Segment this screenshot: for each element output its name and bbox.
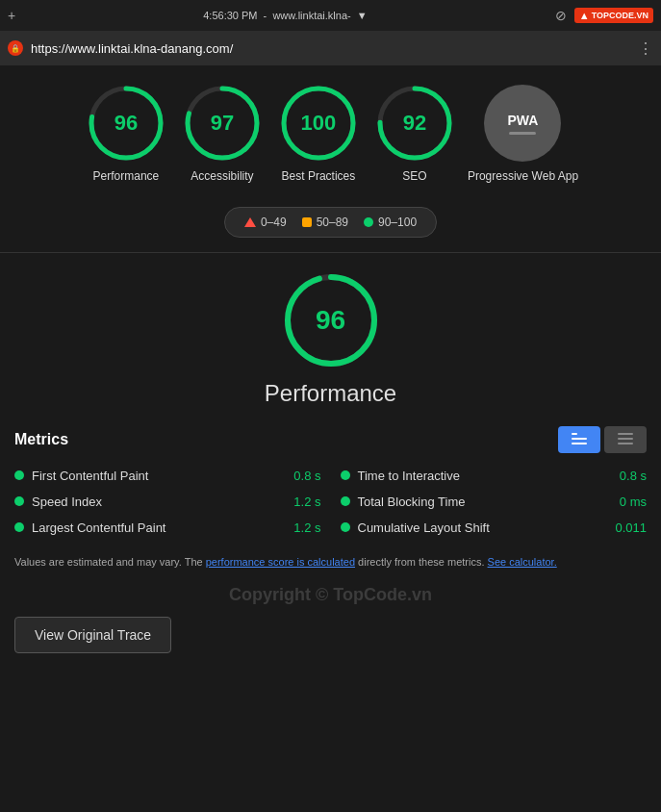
metric-cls-name: Cumulative Layout Shift <box>358 520 608 535</box>
seo-label: SEO <box>402 169 426 185</box>
performance-detail-section: 96 Performance Metrics <box>0 253 661 673</box>
svg-rect-15 <box>618 443 633 444</box>
metric-tbt-value: 0 ms <box>620 495 647 509</box>
browser-chrome: + 4:56:30 PM - www.linktai.klna- ▼ ⊘ ▲ T… <box>0 0 661 65</box>
browser-time-url: 4:56:30 PM - www.linktai.klna- ▼ <box>23 10 547 21</box>
score-item-pwa: PWA Progressive Web App <box>468 85 578 185</box>
metrics-toggle-buttons[interactable] <box>558 426 647 453</box>
score-item-best-practices: 100 Best Practices <box>275 85 362 185</box>
metric-tti: Time to Interactive 0.8 s <box>341 469 648 483</box>
performance-label: Performance <box>93 169 160 185</box>
pwa-dash <box>509 132 536 135</box>
metric-fcp-value: 0.8 s <box>293 469 320 483</box>
scores-section: 96 Performance 97 Accessibility 100 Best… <box>0 65 661 199</box>
performance-detail-title: Performance <box>14 380 647 407</box>
watermark: Copyright © TopCode.vn <box>14 585 647 605</box>
metric-lcp: Largest Contentful Paint 1.2 s <box>14 520 321 535</box>
accessibility-score-value: 97 <box>211 111 234 136</box>
svg-rect-14 <box>618 438 633 440</box>
metric-si-name: Speed Index <box>32 495 286 509</box>
pwa-abbr: PWA <box>508 113 539 128</box>
metric-cls: Cumulative Layout Shift 0.011 <box>341 520 648 535</box>
metric-tbt: Total Blocking Time 0 ms <box>341 495 648 509</box>
metric-lcp-dot <box>14 522 24 532</box>
metric-si-dot <box>14 496 24 506</box>
legend-item-average: 50–89 <box>302 216 348 229</box>
new-tab-icon[interactable]: + <box>8 8 15 23</box>
metrics-section-title: Metrics <box>14 431 68 448</box>
metric-fcp: First Contentful Paint 0.8 s <box>14 469 321 483</box>
accessibility-circle: 97 <box>184 85 261 162</box>
seo-score-value: 92 <box>403 111 426 136</box>
score-item-seo: 92 SEO <box>371 85 458 185</box>
browser-top-bar: + 4:56:30 PM - www.linktai.klna- ▼ ⊘ ▲ T… <box>0 0 661 31</box>
performance-circle: 96 <box>88 85 165 162</box>
metrics-grid: First Contentful Paint 0.8 s Time to Int… <box>14 469 647 535</box>
metric-tti-name: Time to Interactive <box>358 469 612 483</box>
svg-rect-10 <box>572 433 577 435</box>
best-practices-score-value: 100 <box>301 111 337 136</box>
browser-menu-button[interactable]: ⋮ <box>638 39 653 58</box>
accessibility-label: Accessibility <box>191 169 253 185</box>
score-item-performance: 96 Performance <box>83 85 169 185</box>
legend-item-fail: 0–49 <box>244 216 287 229</box>
site-favicon: 🔒 <box>8 40 23 56</box>
pass-circle-icon <box>364 217 373 227</box>
metrics-header: Metrics <box>14 426 647 453</box>
seo-circle: 92 <box>376 85 453 162</box>
best-practices-label: Best Practices <box>282 169 356 185</box>
fail-triangle-icon <box>244 217 256 227</box>
metric-fcp-name: First Contentful Paint <box>32 469 286 483</box>
score-legend: 0–49 50–89 90–100 <box>224 207 437 238</box>
metrics-list-toggle[interactable] <box>604 426 647 453</box>
score-item-accessibility: 97 Accessibility <box>179 85 266 185</box>
metric-tbt-name: Total Blocking Time <box>358 495 612 509</box>
best-practices-circle: 100 <box>280 85 357 162</box>
metric-tti-value: 0.8 s <box>620 469 647 483</box>
url-text[interactable]: https://www.linktai.klna-danang.com/ <box>31 41 630 56</box>
performance-detail-circle: 96 <box>283 272 379 368</box>
view-original-trace-button[interactable]: View Original Trace <box>14 617 171 653</box>
calculator-link[interactable]: See calculator. <box>488 556 557 568</box>
perf-score-link[interactable]: performance score is calculated <box>206 556 355 568</box>
metric-si-value: 1.2 s <box>293 495 320 509</box>
metric-fcp-dot <box>14 470 24 480</box>
legend-item-pass: 90–100 <box>364 216 417 229</box>
metric-lcp-value: 1.2 s <box>293 520 320 535</box>
metric-cls-value: 0.011 <box>615 520 647 535</box>
metric-si: Speed Index 1.2 s <box>14 495 321 509</box>
svg-rect-12 <box>572 443 587 444</box>
disclaimer-text: Values are estimated and may vary. The p… <box>14 554 647 571</box>
performance-big-score: 96 <box>14 272 647 368</box>
metric-cls-dot <box>341 522 350 532</box>
pass-range: 90–100 <box>378 216 417 229</box>
address-bar: 🔒 https://www.linktai.klna-danang.com/ ⋮ <box>0 31 661 65</box>
fail-range: 0–49 <box>261 216 287 229</box>
topcode-logo: ▲ TOPCODE.VN <box>574 8 653 23</box>
metrics-grid-toggle[interactable] <box>558 426 600 453</box>
average-range: 50–89 <box>317 216 348 229</box>
svg-rect-13 <box>618 433 633 435</box>
performance-score-value: 96 <box>114 111 138 136</box>
no-entry-icon: ⊘ <box>555 8 567 23</box>
pwa-circle: PWA <box>484 85 561 162</box>
svg-rect-11 <box>572 438 587 440</box>
performance-detail-score-value: 96 <box>316 305 345 336</box>
metric-tti-dot <box>341 470 350 480</box>
pwa-label: Progressive Web App <box>468 169 578 185</box>
legend-container: 0–49 50–89 90–100 <box>0 199 661 252</box>
average-square-icon <box>302 217 312 227</box>
metric-tbt-dot <box>341 496 350 506</box>
metric-lcp-name: Largest Contentful Paint <box>32 520 286 535</box>
